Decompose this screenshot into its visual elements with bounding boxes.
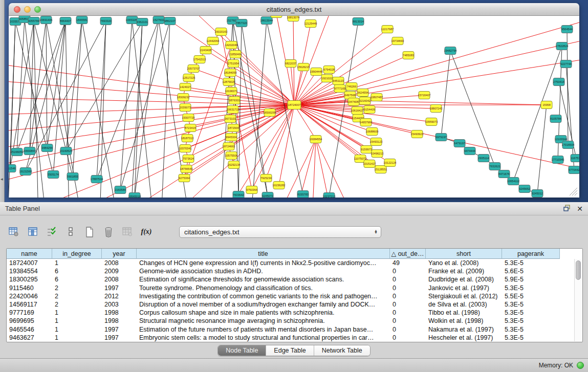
table-cell: 9465546 [7,325,52,334]
graph-node-label: 10237213 [323,195,336,198]
close-window-button[interactable] [14,6,20,13]
float-panel-icon[interactable] [563,204,571,213]
splitter-collapse-icon[interactable]: ◀ [1,177,3,181]
table-settings-button[interactable] [7,225,20,238]
table-row[interactable]: 946362711997Embryonic stem cells: a mode… [7,334,582,342]
table-cell: 1997 [102,334,137,342]
network-canvas[interactable]: 2035570905851340557842069140686644071846… [9,16,579,198]
graph-node-label: 9159973 [361,148,372,151]
table-row[interactable]: 911546021997Tourette syndrome. Phenomeno… [7,284,582,292]
memory-indicator[interactable] [577,362,584,369]
graph-node-label: 8723415 [185,126,196,129]
table-cell: 0 [390,275,426,283]
select-columns-button[interactable] [26,225,39,238]
graph-node-label: 3484254 [41,146,53,149]
graph-node-label: 10151427 [363,162,376,165]
minimize-window-button[interactable] [24,6,31,13]
table-row[interactable]: 969969511998Structural magnetic resonanc… [7,317,582,325]
graph-node-label: 20693847 [24,149,36,152]
graph-node-label: 10959073 [425,120,438,123]
graph-node-label: 4055784 [28,19,39,23]
table-cell: Tibbo et al. (1998) [426,309,502,317]
graph-node-label: 19384554 [310,138,322,141]
column-header-year[interactable]: year [102,249,137,259]
graph-node-label: 18724663 [223,145,235,148]
graph-node-label: 19565018 [128,195,141,198]
table-cell: 2 [52,284,102,292]
graph-node-label: 12442064 [207,39,220,42]
table-selector-dropdown[interactable]: citations_edges.txt ▲▼ [179,226,381,238]
graph-node-label: 15128551 [375,168,387,171]
table-row[interactable]: 977716911998Corpus callosum shape and si… [7,309,582,317]
graph-node-label: 18184059 [224,71,237,74]
table-row[interactable]: 1830029562008Estimation of significance … [7,275,582,283]
table-cell: 5.3E-5 [502,259,560,267]
column-header-in_degree[interactable]: in_degree [52,249,102,259]
graph-node-label: 5901855 [67,175,78,178]
table-row[interactable]: 1938455462009Genome-wide association stu… [7,267,582,275]
graph-node-label: 9777169 [334,87,345,90]
table-tab-bar: Node TableEdge TableNetwork Table [0,342,588,358]
table-cell: 0 [390,300,426,309]
tab-node-table[interactable]: Node Table [218,345,266,356]
table-row[interactable]: 2242004622012Investigating the contribut… [7,292,582,300]
table-cell: Yano et al. (2008) [426,259,502,267]
graph-node-label: 15626215 [297,65,310,69]
graph-node-label: 17541513 [193,58,206,61]
graph-node-label: 8813014 [353,20,364,23]
row-options-button[interactable] [64,225,77,238]
table-cell: 1998 [102,309,137,317]
graph-node-label: 10807487 [371,96,383,99]
table-cell: Structural magnetic resonance image aver… [137,317,390,325]
column-header-name[interactable]: name [7,249,52,259]
table-cell: 0 [390,292,426,300]
table-cell: 9699695 [7,317,52,325]
graph-node-label: 6479197 [454,142,465,145]
create-column-button[interactable] [83,225,96,238]
graph-node-label: 16020163 [215,30,228,33]
canvas-resize-grip[interactable] [570,188,577,195]
tab-edge-table[interactable]: Edge Table [266,345,314,356]
column-header-pagerank[interactable]: pagerank [502,249,560,259]
attribute-table: namein_degreeyeartitle△ out_de…shortpage… [6,248,583,342]
graph-node-label: 12103344 [555,138,568,141]
column-header-out_de[interactable]: △ out_de… [390,249,426,259]
control-panel-splitter[interactable]: ◀ [0,0,5,202]
graph-node-label: 21850464 [229,53,242,56]
table-row[interactable]: 946554611997Estimation of the future num… [7,325,582,334]
table-selector-value: citations_edges.txt [184,228,374,236]
function-builder-button[interactable]: f(x) [140,225,153,238]
column-header-short[interactable]: short [426,249,502,259]
graph-node-label: 3362101 [137,20,148,24]
tab-network-table[interactable]: Network Table [314,345,370,356]
table-row[interactable]: 1872400712008Changes of HCN gene express… [7,259,582,267]
close-panel-icon[interactable]: ✕ [577,205,583,212]
graph-node-label: 3673101 [225,117,236,120]
window-titlebar[interactable]: citations_edges.txt [9,3,579,16]
graph-node-label: 15720407 [418,94,431,97]
table-cell: 2008 [102,259,137,267]
graph-node[interactable] [271,16,282,18]
graph-node-label: 1921022 [321,77,333,80]
graph-node-label: 3624554 [357,91,368,94]
graph-node-label: 18300295 [264,111,276,114]
table-row[interactable]: 1456911722003Disruption of a novel membe… [7,300,582,309]
column-header-title[interactable]: title [137,249,390,259]
edit-columns-button[interactable] [45,225,58,238]
scrollbar-thumb[interactable] [576,260,581,280]
import-table-button[interactable] [121,225,134,238]
table-cell: 1 [52,325,102,334]
graph-node-label: 9245012 [532,192,543,195]
graph-node-label: 16156282 [273,184,286,187]
table-cell: 49 [390,259,426,267]
table-scrollbar[interactable] [574,259,582,341]
graph-node-label: 14202049 [225,43,238,47]
graph-node-label: 12517225 [183,76,195,79]
graph-node-label: 5505174 [48,173,59,176]
table-cell: Embryonic stem cells: a model to study s… [137,334,390,342]
table-cell: 1 [52,317,102,325]
delete-column-button[interactable] [102,225,115,238]
graph-node-label: 19734693 [391,39,404,42]
maximize-window-button[interactable] [34,6,41,13]
graph-node-label: 12217987 [381,28,394,31]
